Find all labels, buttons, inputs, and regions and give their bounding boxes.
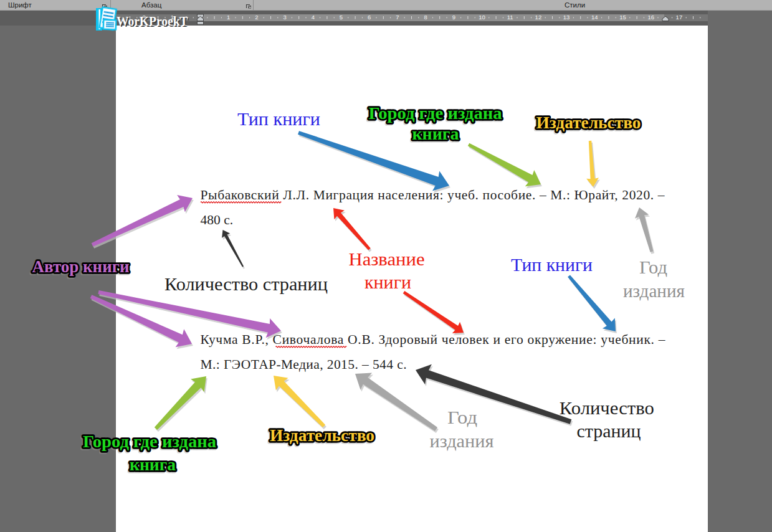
svg-text:Город где издана: Город где издана <box>83 432 216 451</box>
svg-text:2: 2 <box>255 14 258 21</box>
svg-text:16: 16 <box>647 14 654 21</box>
svg-text:М.: ГЭОТАР-Медиа, 2015. – 544: М.: ГЭОТАР-Медиа, 2015. – 544 с. <box>201 357 407 372</box>
svg-text:Год: Год <box>447 407 477 427</box>
svg-text:9: 9 <box>452 14 455 21</box>
svg-text:17: 17 <box>676 14 683 21</box>
svg-text:Тип книги: Тип книги <box>237 109 320 129</box>
svg-text:10: 10 <box>479 14 485 21</box>
svg-text:14: 14 <box>591 14 598 21</box>
svg-text:6: 6 <box>368 14 371 21</box>
svg-text:7: 7 <box>396 14 399 21</box>
svg-text:Издательство: Издательство <box>270 425 374 445</box>
svg-text:Количество: Количество <box>560 397 654 418</box>
svg-text:480 с.: 480 с. <box>201 212 234 227</box>
svg-text:8: 8 <box>424 14 427 21</box>
svg-text:книга: книга <box>130 455 176 474</box>
svg-text:Количество страниц: Количество страниц <box>164 273 328 294</box>
svg-text:15: 15 <box>619 14 626 21</box>
svg-text:1: 1 <box>227 14 230 21</box>
svg-text:страниц: страниц <box>577 420 641 441</box>
svg-text:5: 5 <box>340 14 343 21</box>
svg-text:3: 3 <box>283 14 286 21</box>
svg-text:Издательство: Издательство <box>536 113 641 132</box>
svg-text:Год: Год <box>639 257 667 277</box>
svg-text:книги: книги <box>365 273 411 292</box>
svg-text:издания: издания <box>623 281 685 301</box>
svg-text:WorKProekT: WorKProekT <box>117 14 188 29</box>
svg-text:12: 12 <box>535 14 542 21</box>
svg-text:Название: Название <box>349 250 425 269</box>
svg-text:книга: книга <box>412 124 459 143</box>
svg-text:Тип книги: Тип книги <box>511 255 593 275</box>
svg-text:Город где издана: Город где издана <box>369 103 502 123</box>
svg-text:13: 13 <box>563 14 570 21</box>
svg-text:4: 4 <box>312 14 315 21</box>
svg-text:издания: издания <box>430 431 494 451</box>
svg-text:Рыбаковский Л.Л. Миграция насе: Рыбаковский Л.Л. Миграция населения: уче… <box>201 188 665 202</box>
svg-text:Автор книги: Автор книги <box>32 257 130 276</box>
svg-text:11: 11 <box>507 14 513 21</box>
